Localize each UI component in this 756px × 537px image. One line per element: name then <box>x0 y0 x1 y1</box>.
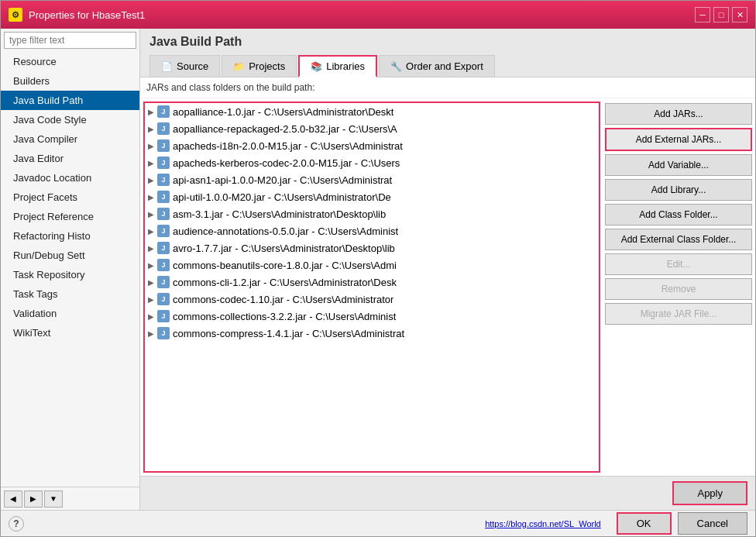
order-export-tab-icon: 🔧 <box>390 61 402 72</box>
sidebar-item-project-facets[interactable]: Project Facets <box>1 188 139 207</box>
jar-path: commons-beanutils-core-1.8.0.jar - C:\Us… <box>173 260 397 271</box>
add-class-folder-button[interactable]: Add Class Folder... <box>605 204 752 225</box>
sidebar-item-run-debug-sett[interactable]: Run/Debug Sett <box>1 246 139 265</box>
jar-path: commons-codec-1.10.jar - C:\Users\Admini… <box>173 294 393 305</box>
expand-arrow: ▶ <box>148 329 157 338</box>
projects-tab-icon: 📁 <box>233 61 245 72</box>
cancel-button[interactable]: Cancel <box>678 512 747 535</box>
expand-arrow: ▶ <box>148 142 157 150</box>
sidebar-forward-button[interactable]: ▶ <box>24 491 43 508</box>
sidebar-item-project-reference[interactable]: Project Reference <box>1 207 139 226</box>
list-item[interactable]: ▶ J api-util-1.0.0-M20.jar - C:\Users\Ad… <box>145 188 599 205</box>
migrate-jar-button[interactable]: Migrate JAR File... <box>605 303 752 325</box>
help-button[interactable]: ? <box>9 516 24 532</box>
tab-libraries[interactable]: 📚 Libraries <box>298 55 377 77</box>
list-item[interactable]: ▶ J aopalliance-repackaged-2.5.0-b32.jar… <box>145 120 599 137</box>
add-variable-button[interactable]: Add Variable... <box>605 154 752 176</box>
list-item[interactable]: ▶ J commons-compress-1.4.1.jar - C:\User… <box>145 325 599 342</box>
maximize-button[interactable]: □ <box>713 7 729 22</box>
tab-source-label: Source <box>177 60 208 72</box>
list-item[interactable]: ▶ J avro-1.7.7.jar - C:\Users\Administra… <box>145 239 599 256</box>
jar-list[interactable]: ▶ J aopalliance-1.0.jar - C:\Users\Admin… <box>143 102 600 473</box>
add-external-jars-button[interactable]: Add External JARs... <box>605 128 752 151</box>
apply-button[interactable]: Apply <box>672 481 747 505</box>
expand-arrow: ▶ <box>148 312 157 321</box>
list-item[interactable]: ▶ J commons-collections-3.2.2.jar - C:\U… <box>145 308 599 325</box>
sidebar-back-button[interactable]: ◀ <box>4 491 22 508</box>
sidebar-item-validation[interactable]: Validation <box>1 304 139 323</box>
jar-path: asm-3.1.jar - C:\Users\Administrator\Des… <box>173 208 386 220</box>
tab-projects[interactable]: 📁 Projects <box>222 55 297 77</box>
tab-order-export[interactable]: 🔧 Order and Export <box>379 55 495 77</box>
action-buttons: Add JARs... Add External JARs... Add Var… <box>605 102 752 473</box>
add-jars-button[interactable]: Add JARs... <box>605 103 752 125</box>
list-item[interactable]: ▶ J audience-annotations-0.5.0.jar - C:\… <box>145 222 599 239</box>
expand-arrow: ▶ <box>148 159 157 167</box>
jar-path: apacheds-i18n-2.0.0-M15.jar - C:\Users\A… <box>173 140 403 152</box>
edit-button[interactable]: Edit... <box>605 253 752 275</box>
add-library-button[interactable]: Add Library... <box>605 179 752 201</box>
jar-icon: J <box>157 276 170 288</box>
list-item[interactable]: ▶ J aopalliance-1.0.jar - C:\Users\Admin… <box>145 103 599 120</box>
tab-source[interactable]: 📄 Source <box>149 55 220 77</box>
sidebar-item-java-compiler[interactable]: Java Compiler <box>1 129 139 149</box>
jar-path: api-util-1.0.0-M20.jar - C:\Users\Admini… <box>173 191 391 203</box>
sidebar-item-wikitext[interactable]: WikiText <box>1 323 139 343</box>
jar-icon: J <box>157 174 170 186</box>
expand-arrow: ▶ <box>148 244 157 253</box>
sidebar-item-java-editor[interactable]: Java Editor <box>1 149 139 168</box>
jar-path: aopalliance-repackaged-2.5.0-b32.jar - C… <box>173 123 397 135</box>
expand-arrow: ▶ <box>148 125 157 133</box>
sidebar-item-builders[interactable]: Builders <box>1 71 139 91</box>
jar-path: apacheds-kerberos-codec-2.0.0-M15.jar - … <box>173 157 400 169</box>
expand-arrow: ▶ <box>148 261 157 270</box>
main-header: Java Build Path 📄 Source 📁 Projects 📚 Li… <box>140 29 755 77</box>
sidebar-down-button[interactable]: ▼ <box>44 491 63 508</box>
remove-button[interactable]: Remove <box>605 278 752 300</box>
jar-icon: J <box>157 327 170 339</box>
jar-icon: J <box>157 293 170 305</box>
ok-button[interactable]: OK <box>617 512 672 535</box>
libraries-tab-icon: 📚 <box>311 61 322 72</box>
sidebar-item-resource[interactable]: Resource <box>1 52 139 71</box>
jar-path: commons-compress-1.4.1.jar - C:\Users\Ad… <box>173 328 404 339</box>
list-item[interactable]: ▶ J commons-cli-1.2.jar - C:\Users\Admin… <box>145 274 599 291</box>
libs-area: ▶ J aopalliance-1.0.jar - C:\Users\Admin… <box>140 98 755 476</box>
tab-libraries-label: Libraries <box>326 60 365 72</box>
list-item[interactable]: ▶ J api-asn1-api-1.0.0-M20.jar - C:\User… <box>145 171 599 188</box>
list-item[interactable]: ▶ J apacheds-i18n-2.0.0-M15.jar - C:\Use… <box>145 137 599 154</box>
source-tab-icon: 📄 <box>161 61 173 72</box>
sidebar-item-task-tags[interactable]: Task Tags <box>1 284 139 304</box>
jar-icon: J <box>157 157 170 169</box>
bottom-bar: Apply <box>140 476 755 510</box>
sidebar-item-java-build-path[interactable]: Java Build Path <box>1 91 139 110</box>
list-item[interactable]: ▶ J apacheds-kerberos-codec-2.0.0-M15.ja… <box>145 154 599 171</box>
footer-link[interactable]: https://blog.csdn.net/SL_World <box>485 519 601 528</box>
sidebar-item-refactoring-histo[interactable]: Refactoring Histo <box>1 226 139 246</box>
filter-input[interactable] <box>4 32 136 49</box>
content-area: Resource Builders Java Build Path Java C… <box>1 29 755 510</box>
sidebar-item-javadoc-location[interactable]: Javadoc Location <box>1 168 139 188</box>
jar-icon: J <box>157 105 170 118</box>
titlebar: ⚙ Properties for HbaseTest1 ─ □ ✕ <box>1 1 755 29</box>
jar-path: avro-1.7.7.jar - C:\Users\Administrator\… <box>173 243 395 254</box>
sidebar-item-java-code-style[interactable]: Java Code Style <box>1 110 139 129</box>
expand-arrow: ▶ <box>148 278 157 287</box>
minimize-button[interactable]: ─ <box>695 7 710 22</box>
jar-icon: J <box>157 225 170 237</box>
list-item[interactable]: ▶ J commons-codec-1.10.jar - C:\Users\Ad… <box>145 291 599 308</box>
list-item[interactable]: ▶ J commons-beanutils-core-1.8.0.jar - C… <box>145 256 599 274</box>
jar-icon: J <box>157 242 170 254</box>
list-item[interactable]: ▶ J asm-3.1.jar - C:\Users\Administrator… <box>145 205 599 222</box>
window-title: Properties for HbaseTest1 <box>29 9 145 21</box>
tab-order-export-label: Order and Export <box>406 60 483 72</box>
add-external-class-folder-button[interactable]: Add External Class Folder... <box>605 229 752 250</box>
build-path-description: JARs and class folders on the build path… <box>140 77 755 98</box>
sidebar-item-task-repository[interactable]: Task Repository <box>1 265 139 284</box>
tab-projects-label: Projects <box>249 60 285 72</box>
jar-path: api-asn1-api-1.0.0-M20.jar - C:\Users\Ad… <box>173 174 392 186</box>
main-body: JARs and class folders on the build path… <box>140 77 755 476</box>
expand-arrow: ▶ <box>148 176 157 184</box>
ok-cancel-buttons: OK Cancel <box>617 512 747 535</box>
close-button[interactable]: ✕ <box>732 7 747 22</box>
